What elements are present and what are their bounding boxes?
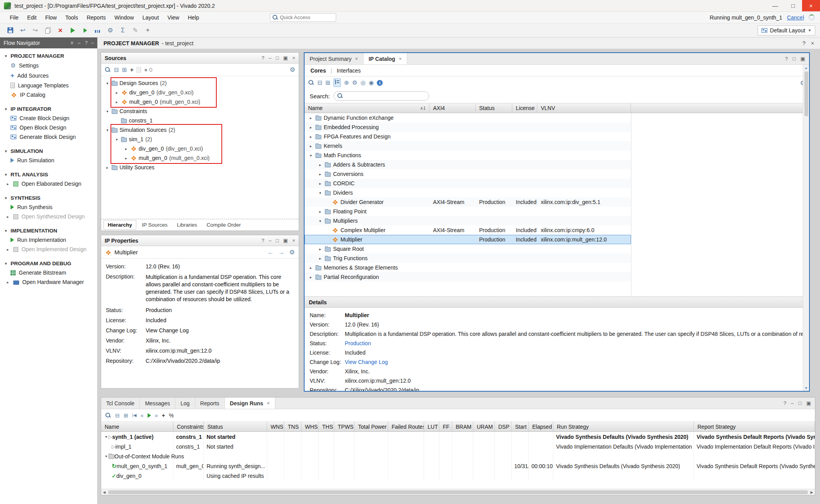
chevron-down-icon[interactable]: ▾ — [105, 81, 110, 85]
sum-button[interactable]: Σ — [117, 25, 128, 36]
save-button[interactable] — [5, 25, 16, 36]
catalog-row[interactable]: ▸Partial Reconfiguration — [305, 272, 631, 282]
tree-row-utility-sources[interactable]: ▸Utility Sources — [101, 163, 299, 172]
tab-project-summary[interactable]: Project Summary × — [305, 53, 364, 64]
report-button[interactable] — [92, 25, 103, 36]
tree-row-constrs-1[interactable]: ▸constrs_1 — [101, 116, 299, 125]
chevron-right-icon[interactable]: ▸ — [308, 125, 313, 130]
maximize-panel-icon[interactable]: □ — [793, 56, 796, 62]
close-panel-icon[interactable]: × — [292, 55, 295, 61]
tree-row-mult-gen[interactable]: ▸mult_gen_0 (mult_gen_0.xci) — [101, 97, 299, 106]
column-header-bram[interactable]: BRAM — [452, 422, 473, 431]
chevron-right-icon[interactable]: ▸ — [105, 165, 110, 170]
minimize-panel-icon[interactable]: – — [791, 400, 794, 406]
info-icon[interactable]: i — [377, 80, 383, 86]
vertical-scrollbar[interactable]: ▲ ▼ — [803, 65, 809, 391]
tree-row-div-gen[interactable]: ▸div_gen_0 (div_gen_0.xci) — [101, 88, 299, 97]
column-header-status[interactable]: Status — [476, 103, 512, 113]
menu-tools[interactable]: Tools — [61, 12, 82, 23]
ip-search-box[interactable] — [333, 91, 429, 101]
close-tab-icon[interactable]: × — [355, 56, 358, 62]
subtab-interfaces[interactable]: Interfaces — [337, 67, 360, 74]
column-header-constraints[interactable]: Constraints — [173, 422, 204, 431]
close-tab-icon[interactable]: × — [267, 400, 270, 406]
sidebar-item-add-sources[interactable]: +Add Sources — [0, 71, 97, 81]
column-header-vlnv[interactable]: VLNV — [537, 103, 631, 113]
run-icon[interactable] — [148, 413, 151, 418]
column-header-whs[interactable]: WHS — [301, 422, 319, 431]
expand-all-icon[interactable]: ⊞ — [124, 412, 128, 419]
layout-selector[interactable]: Default Layout ▼ — [758, 25, 815, 35]
chevron-right-icon[interactable]: ▸ — [124, 147, 128, 151]
collapse-all-icon[interactable]: ⊟ — [317, 79, 323, 86]
chevron-right-icon[interactable]: ▸ — [5, 182, 10, 186]
column-header-wns[interactable]: WNS — [267, 422, 284, 431]
maximize-window-button[interactable]: □ — [784, 0, 802, 11]
tab-reports[interactable]: Reports — [195, 398, 225, 409]
percent-icon[interactable]: % — [169, 412, 174, 419]
maximize-panel-icon[interactable]: □ — [276, 55, 279, 61]
sidebar-item-open-block-design[interactable]: Open Block Design — [0, 123, 97, 132]
chevron-right-icon[interactable]: ▸ — [318, 163, 323, 167]
catalog-row[interactable]: ▸Kernels — [305, 141, 631, 151]
step-back-icon[interactable]: « — [141, 412, 144, 419]
scroll-left-icon[interactable]: ◀ — [101, 490, 107, 494]
menu-file[interactable]: File — [5, 12, 23, 23]
chevron-down-icon[interactable]: ▾ — [318, 191, 323, 195]
column-header-tpws[interactable]: TPWS — [334, 422, 355, 431]
sidebar-item-create-block-design[interactable]: Create Block Design — [0, 114, 97, 123]
minimize-panel-icon[interactable]: – — [269, 55, 271, 61]
scroll-down-icon[interactable]: ▼ — [804, 385, 808, 391]
probe-button[interactable]: ✦ — [142, 25, 153, 36]
tree-row-constraints[interactable]: ▾Constraints — [101, 106, 299, 116]
chevron-down-icon[interactable]: ▾ — [114, 137, 119, 142]
group-by-hierarchy-toggle[interactable] — [333, 78, 341, 87]
collapse-all-icon[interactable]: ⊟ — [114, 66, 119, 73]
quick-access-input[interactable] — [280, 14, 323, 20]
chevron-right-icon[interactable]: ▸ — [308, 144, 313, 148]
chevron-right-icon[interactable]: ▸ — [318, 256, 323, 261]
flownav-section-header[interactable]: ▾ PROGRAM AND DEBUG — [0, 259, 97, 268]
add-ip-icon[interactable]: ⊕ — [344, 79, 349, 86]
column-header-ff[interactable]: FF — [439, 422, 452, 431]
flownav-section-header[interactable]: ▾ SYNTHESIS — [0, 193, 97, 202]
run-row-synth-1[interactable]: ▾▷synth_1 (active) constrs_1 Not started… — [101, 432, 815, 442]
tab-compile-order[interactable]: Compile Order — [203, 220, 245, 229]
maximize-panel-icon[interactable]: □ — [276, 238, 279, 243]
tab-log[interactable]: Log — [175, 398, 195, 409]
step-forward-icon[interactable]: » — [155, 412, 158, 419]
status-link[interactable]: Production — [345, 340, 371, 346]
expand-panel-icon[interactable]: ⇔ — [77, 40, 82, 46]
chevron-right-icon[interactable]: ▸ — [318, 247, 323, 251]
status-link[interactable]: Production — [146, 307, 172, 313]
flownav-section-header[interactable]: ▾ SIMULATION — [0, 147, 97, 156]
catalog-row[interactable]: ▸FPGA Features and Design — [305, 132, 631, 141]
menu-flow[interactable]: Flow — [41, 12, 61, 23]
sidebar-item-generate-block-design[interactable]: Generate Block Design — [0, 132, 97, 142]
column-header-failed-routes[interactable]: Failed Routes — [388, 422, 424, 431]
sidebar-item-language-templates[interactable]: Language Templates — [0, 81, 97, 90]
column-header-dsp[interactable]: DSP — [495, 422, 512, 431]
help-icon[interactable]: ? — [783, 400, 786, 406]
run-row-div-gen[interactable]: ✓div_gen_0 Using cached IP results — [101, 471, 815, 481]
catalog-row[interactable]: ▸Floating Point — [305, 207, 631, 216]
menu-view[interactable]: View — [163, 12, 184, 23]
redo-button[interactable]: ↪ — [30, 25, 41, 36]
sidebar-item-run-simulation[interactable]: Run Simulation — [0, 156, 97, 165]
quick-access-search[interactable] — [270, 13, 336, 22]
catalog-row[interactable]: ▾Math Functions — [305, 151, 631, 160]
sidebar-item-open-synthesized-design[interactable]: ▸Open Synthesized Design — [0, 212, 97, 221]
view-change-log-link[interactable]: View Change Log — [146, 327, 189, 334]
expand-all-icon[interactable]: ⊞ — [122, 66, 127, 73]
minimize-window-button[interactable]: — — [766, 0, 784, 11]
tab-ip-catalog[interactable]: IP Catalog × — [364, 53, 407, 64]
tab-design-runs[interactable]: Design Runs × — [225, 398, 275, 409]
close-window-button[interactable]: × — [802, 0, 820, 11]
chevron-down-icon[interactable]: ▾ — [104, 454, 109, 458]
float-panel-icon[interactable]: ▣ — [806, 400, 811, 406]
cancel-task-button[interactable]: × — [55, 25, 66, 36]
minimize-panel-icon[interactable]: – — [91, 40, 94, 46]
help-icon[interactable]: ? — [262, 55, 264, 61]
forward-icon[interactable]: → — [278, 249, 285, 256]
sidebar-item-open-implemented-design[interactable]: ▸Open Implemented Design — [0, 245, 97, 254]
